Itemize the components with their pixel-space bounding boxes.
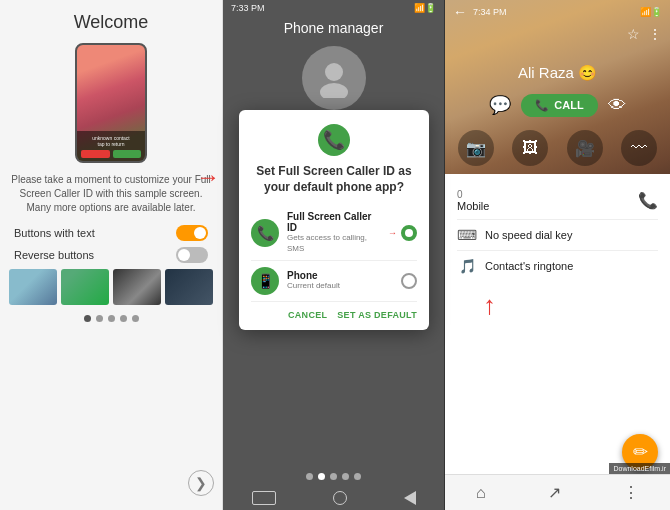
panel2-dots	[306, 473, 361, 480]
phone-row-icon: 📞	[638, 191, 658, 210]
call-action-row: 💬 📞 CALL 👁	[445, 86, 670, 124]
video-button[interactable]: 👁	[598, 89, 636, 122]
thumbnail-1[interactable]	[9, 269, 57, 305]
statusbar-panel3: ← 7:34 PM 📶🔋	[445, 0, 670, 24]
info-row-speed-dial: ⌨ No speed dial key	[457, 220, 658, 251]
camera-icon-btn[interactable]: 📷	[458, 130, 494, 166]
option1-radio[interactable]	[401, 225, 417, 241]
back-icon[interactable]: ←	[453, 4, 467, 20]
time-panel3: 7:34 PM	[473, 7, 507, 17]
panel-contact-detail: ← 7:34 PM 📶🔋 ☆ ⋮ Ali Raza 😊 💬 📞 CALL 👁 📷	[445, 0, 670, 510]
video-cam-icon-btn[interactable]: 🎥	[567, 130, 603, 166]
phone-decline-btn	[81, 150, 110, 158]
panel1-title: Welcome	[74, 12, 149, 33]
reverse-buttons-row: Reverse buttons	[10, 247, 212, 263]
pagination-dots	[84, 315, 139, 322]
more-icon[interactable]: ⋮	[623, 483, 639, 502]
p2-dot-1	[306, 473, 313, 480]
dialog-option-fullscreen-caller[interactable]: 📞 Full Screen Caller ID Gets access to c…	[251, 205, 417, 261]
nav-back[interactable]	[404, 491, 416, 505]
arrow-indicator: →	[196, 163, 220, 191]
sms-icon: 💬	[489, 94, 511, 116]
panel3-status-icons: 📶🔋	[640, 7, 662, 17]
arrow-up-indicator: ↑	[483, 290, 496, 321]
panel-welcome: Welcome unknown contacttap to return Ple…	[0, 0, 223, 510]
buttons-with-text-label: Buttons with text	[14, 227, 95, 239]
home-icon[interactable]: ⌂	[476, 484, 486, 502]
thumbnail-row	[9, 269, 213, 305]
share-icon[interactable]: ↗	[548, 483, 561, 502]
phone-preview: unknown contacttap to return	[75, 43, 147, 163]
more-options-icon[interactable]: ⋮	[648, 26, 662, 42]
phone-label: Mobile	[457, 200, 630, 212]
phone-number: 0	[457, 189, 630, 200]
fullscreen-caller-text: Full Screen Caller ID Gets access to cal…	[287, 211, 380, 254]
dot-3	[108, 315, 115, 322]
video-icon: 👁	[608, 95, 626, 116]
panel2-nav-bar	[223, 486, 444, 510]
buttons-with-text-row: Buttons with text	[10, 225, 212, 241]
panel3-bottom-bar: ⌂ ↗ ⋮	[445, 474, 670, 510]
fullscreen-caller-name: Full Screen Caller ID	[287, 211, 380, 233]
wave-icon-btn[interactable]: 〰	[621, 130, 657, 166]
dialog-actions: CANCEL SET AS DEFAULT	[251, 310, 417, 320]
contact-name: Ali Raza 😊	[445, 44, 670, 86]
nav-home[interactable]	[333, 491, 347, 505]
call-label: CALL	[554, 99, 583, 111]
speed-dial-label: No speed dial key	[485, 229, 572, 241]
thumbnail-3[interactable]	[113, 269, 161, 305]
reverse-buttons-label: Reverse buttons	[14, 249, 94, 261]
set-as-default-button[interactable]: SET AS DEFAULT	[337, 310, 417, 320]
phone-manager-title: Phone manager	[223, 16, 444, 46]
statusbar-panel2: 7:33 PM 📶🔋	[223, 0, 444, 16]
p2-dot-4	[342, 473, 349, 480]
panel1-description: Please take a moment to customize your F…	[10, 173, 212, 215]
sms-button[interactable]: 💬	[479, 88, 521, 122]
dialog-title: Set Full Screen Caller ID as your defaul…	[251, 164, 417, 195]
phone-accept-btn	[113, 150, 142, 158]
dot-2	[96, 315, 103, 322]
default-phone-dialog: 📞 Set Full Screen Caller ID as your defa…	[239, 110, 429, 330]
action-icons-row: 📷 🖼 🎥 〰	[445, 124, 670, 172]
p2-dot-5	[354, 473, 361, 480]
image-icon-btn[interactable]: 🖼	[512, 130, 548, 166]
phone-preview-text: unknown contacttap to return	[81, 135, 141, 147]
thumbnail-4[interactable]	[165, 269, 213, 305]
buttons-with-text-toggle[interactable]	[176, 225, 208, 241]
panel3-top-row: ☆ ⋮	[445, 24, 670, 44]
ringtone-label: Contact's ringtone	[485, 260, 573, 272]
phone-name: Phone	[287, 270, 393, 281]
call-phone-icon: 📞	[535, 99, 549, 112]
reverse-buttons-toggle[interactable]	[176, 247, 208, 263]
svg-point-0	[325, 63, 343, 81]
ringtone-icon: 🎵	[457, 258, 477, 274]
phone-text: Phone Current default	[287, 270, 393, 291]
dot-1	[84, 315, 91, 322]
dot-5	[132, 315, 139, 322]
p2-dot-2	[318, 473, 325, 480]
dialog-option-phone[interactable]: 📱 Phone Current default	[251, 261, 417, 302]
svg-point-1	[320, 83, 348, 98]
phone-icon: 📱	[251, 267, 279, 295]
call-button[interactable]: 📞 CALL	[521, 94, 597, 117]
info-row-ringtone: 🎵 Contact's ringtone	[457, 251, 658, 281]
speed-dial-icon: ⌨	[457, 227, 477, 243]
time-panel2: 7:33 PM	[231, 3, 265, 13]
fullscreen-caller-icon: 📞	[251, 219, 279, 247]
fullscreen-caller-desc: Gets access to calling, SMS	[287, 233, 380, 254]
option2-radio[interactable]	[401, 273, 417, 289]
panel-phone-manager: 7:33 PM 📶🔋 Phone manager 📞 Set Full Scre…	[223, 0, 445, 510]
contact-avatar-panel2	[302, 46, 366, 110]
edit-fab-icon: ✏	[633, 441, 648, 463]
cancel-button[interactable]: CANCEL	[288, 310, 327, 320]
dot-4	[120, 315, 127, 322]
thumbnail-2[interactable]	[61, 269, 109, 305]
phone-desc: Current default	[287, 281, 393, 291]
nav-square[interactable]	[252, 491, 276, 505]
status-icons-panel2: 📶🔋	[414, 3, 436, 13]
star-icon[interactable]: ☆	[627, 26, 640, 42]
p2-dot-3	[330, 473, 337, 480]
watermark: DownloadEfilm.ir	[609, 463, 670, 474]
dialog-icon: 📞	[318, 124, 350, 156]
next-button[interactable]: ❯	[188, 470, 214, 496]
